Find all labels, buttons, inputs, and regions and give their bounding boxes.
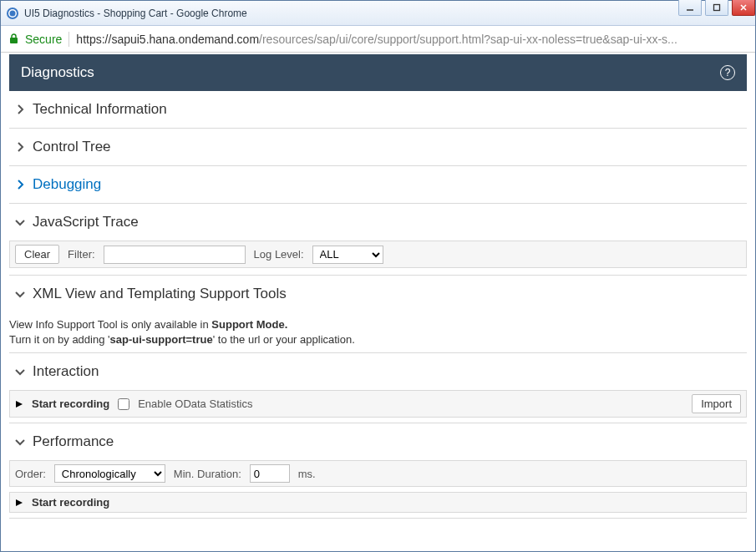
note-text: Turn it on by adding '	[9, 333, 110, 346]
clear-button[interactable]: Clear	[15, 245, 59, 264]
order-select[interactable]: Chronologically	[54, 464, 165, 483]
start-recording-label[interactable]: Start recording	[32, 496, 109, 509]
panel-title: Control Tree	[33, 139, 111, 155]
panel-body-performance: Order: Chronologically Min. Duration: ms…	[9, 460, 747, 518]
maximize-button[interactable]	[705, 0, 728, 16]
panel-title: Debugging	[33, 176, 101, 193]
panel-title: Interaction	[33, 363, 99, 380]
start-recording-label[interactable]: Start recording	[32, 398, 109, 410]
panel-body-xml-view: View Info Support Tool is only available…	[9, 312, 747, 352]
chevron-right-icon	[14, 179, 26, 190]
panel-head-js-trace[interactable]: JavaScript Trace	[9, 204, 747, 241]
panel-xml-view: XML View and Templating Support Tools Vi…	[9, 276, 747, 353]
panel-title: JavaScript Trace	[33, 214, 139, 230]
panel-technical: Technical Information	[9, 91, 747, 129]
app-favicon	[6, 7, 19, 20]
page-title: Diagnostics	[21, 64, 94, 81]
panel-debugging: Debugging	[9, 166, 747, 204]
panel-head-xml-view[interactable]: XML View and Templating Support Tools	[9, 276, 747, 312]
page-content: Diagnostics ? Technical Information Cont…	[1, 53, 755, 551]
window-title: UI5 Diagnostics - Shopping Cart - Google…	[24, 8, 750, 19]
filter-input[interactable]	[104, 246, 246, 264]
browser-window: UI5 Diagnostics - Shopping Cart - Google…	[0, 0, 756, 552]
panel-head-debugging[interactable]: Debugging	[9, 166, 747, 203]
play-icon[interactable]	[15, 400, 23, 408]
note-bold: Support Mode.	[211, 318, 287, 331]
panel-head-interaction[interactable]: Interaction	[9, 353, 747, 390]
svg-marker-8	[16, 401, 23, 408]
order-label: Order:	[15, 468, 46, 480]
page-header: Diagnostics ?	[9, 54, 747, 91]
panel-head-performance[interactable]: Performance	[9, 423, 747, 460]
panel-title: XML View and Templating Support Tools	[33, 286, 287, 302]
url-path: /resources/sap/ui/core/support/support.h…	[259, 33, 677, 46]
svg-point-2	[10, 10, 16, 16]
ms-label: ms.	[298, 468, 316, 480]
panel-head-control-tree[interactable]: Control Tree	[9, 129, 747, 165]
note-bold: sap-ui-support=true	[110, 333, 213, 346]
note-text: View Info Support Tool is only available…	[9, 318, 211, 331]
note-text: ' to the url or your application.	[213, 333, 355, 346]
loglevel-select[interactable]: ALL	[312, 246, 383, 264]
import-button[interactable]: Import	[692, 394, 741, 413]
address-separator	[68, 32, 69, 47]
js-trace-toolbar: Clear Filter: Log Level: ALL	[9, 241, 747, 268]
loglevel-label: Log Level:	[254, 248, 304, 261]
panel-head-technical[interactable]: Technical Information	[9, 91, 747, 128]
performance-record-bar: Start recording	[9, 492, 747, 513]
panel-body-interaction: Start recording Enable OData Statistics …	[9, 390, 747, 423]
svg-marker-9	[16, 499, 23, 506]
address-bar: Secure https://sapui5.hana.ondemand.com/…	[1, 26, 755, 53]
chevron-right-icon	[14, 104, 26, 115]
panel-interaction: Interaction Start recording Enable OData…	[9, 353, 747, 423]
chevron-down-icon	[14, 436, 26, 448]
filter-label: Filter:	[68, 248, 95, 261]
help-icon[interactable]: ?	[720, 65, 735, 80]
interaction-toolbar: Start recording Enable OData Statistics …	[9, 390, 747, 418]
chevron-down-icon	[14, 216, 26, 228]
panel-title: Technical Information	[33, 101, 167, 118]
enable-odata-label: Enable OData Statistics	[138, 398, 252, 410]
close-button[interactable]	[732, 0, 755, 16]
minimize-button[interactable]	[678, 0, 702, 16]
secure-label: Secure	[25, 33, 62, 46]
panel-control-tree: Control Tree	[9, 129, 747, 166]
svg-rect-4	[714, 4, 720, 10]
url-field[interactable]: https://sapui5.hana.ondemand.com/resourc…	[76, 33, 677, 46]
svg-rect-7	[10, 38, 18, 43]
performance-order-bar: Order: Chronologically Min. Duration: ms…	[9, 460, 747, 487]
panel-performance: Performance Order: Chronologically Min. …	[9, 423, 747, 519]
min-duration-input[interactable]	[250, 464, 290, 483]
chevron-right-icon	[14, 141, 26, 153]
chevron-down-icon	[14, 366, 26, 377]
panel-js-trace: JavaScript Trace Clear Filter: Log Level…	[9, 204, 747, 276]
window-titlebar: UI5 Diagnostics - Shopping Cart - Google…	[1, 1, 755, 26]
chevron-down-icon	[14, 288, 26, 300]
panel-body-js-trace: Clear Filter: Log Level: ALL	[9, 241, 747, 275]
panel-title: Performance	[33, 433, 114, 450]
enable-odata-checkbox[interactable]	[118, 398, 129, 410]
window-buttons	[678, 0, 755, 16]
min-duration-label: Min. Duration:	[174, 468, 241, 480]
url-origin: https://sapui5.hana.ondemand.com	[76, 33, 259, 46]
play-icon[interactable]	[15, 499, 23, 507]
lock-icon	[9, 33, 18, 44]
